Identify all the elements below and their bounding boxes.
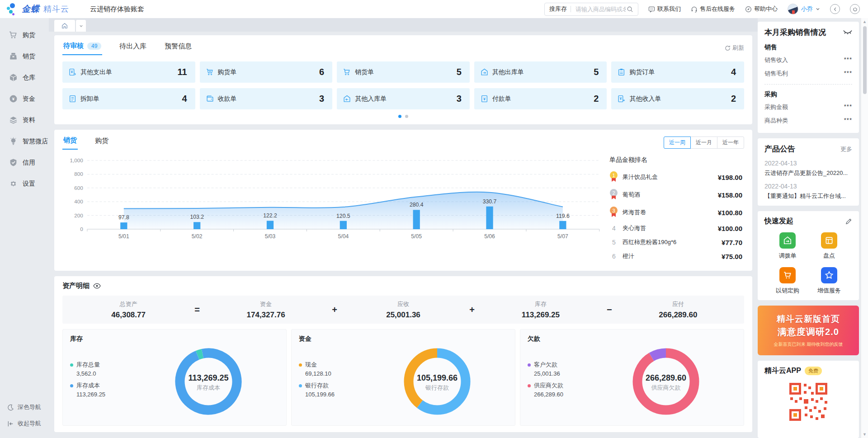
edit-pencil-icon[interactable] [845, 218, 852, 225]
help-center-label: 帮助中心 [754, 5, 778, 13]
card-other-outbound[interactable]: 其他出库单 5 [474, 61, 607, 83]
announcement-item[interactable]: 【重要通知】精斗云工作台域... [764, 192, 852, 200]
carousel-dot-2[interactable] [405, 115, 408, 118]
card-disassembly[interactable]: 拆卸单 4 [62, 88, 195, 109]
announcements-more-link[interactable]: 更多 [840, 145, 852, 153]
ranking-row[interactable]: 2 葡萄酒 ¥158.00 [609, 189, 742, 201]
sidebar-label: 设置 [23, 180, 35, 188]
tab-pending-stock[interactable]: 待出入库 [118, 41, 147, 55]
refresh-button[interactable]: 刷新 [725, 44, 744, 52]
gear-icon [9, 179, 18, 188]
legend-dot [299, 363, 302, 367]
card-purchase-request[interactable]: 购货订单 4 [611, 61, 744, 83]
sidebar-item-warehouse[interactable]: 仓库 [0, 67, 49, 88]
card-count: 11 [177, 67, 187, 77]
scroll-down-button[interactable]: ▼ [861, 431, 868, 438]
help-center-link[interactable]: 帮助中心 [745, 5, 778, 13]
disassembly-doc-icon [69, 95, 76, 103]
card-other-income[interactable]: ¥ 其他收入单 2 [611, 88, 744, 109]
sidebar-item-funds[interactable]: ¥ 资金 [0, 88, 49, 109]
vertical-scrollbar[interactable]: ▲ ▼ [861, 18, 868, 438]
survey-banner[interactable]: 精斗云新版首页 满意度调研2.0 全新首页已到来 期待收到您的反馈 [758, 306, 859, 355]
card-other-inbound[interactable]: 其他入库单 3 [337, 88, 470, 109]
free-badge: 免费 [805, 367, 822, 375]
card-count: 4 [182, 94, 187, 104]
ranking-row[interactable]: 3 烤海苔卷 ¥100.80 [609, 207, 742, 218]
quick-stocktake[interactable]: 盘点 [811, 232, 848, 260]
ranking-item-name: 果汁饮品礼盒 [623, 173, 714, 181]
tab-warning-info[interactable]: 预警信息 [164, 41, 193, 55]
user-avatar[interactable] [788, 4, 798, 14]
ranking-row[interactable]: 5 西红柿意粉酱190g*6 ¥77.70 [609, 238, 742, 246]
card-purchase-order[interactable]: 购货单 6 [200, 61, 333, 83]
sidebar-item-data[interactable]: 资料 [0, 109, 49, 131]
quick-value-added-service[interactable]: 增值服务 [811, 267, 848, 295]
workspace-tabstrip [49, 18, 758, 32]
card-payment[interactable]: ¥ 付款单 2 [474, 88, 607, 109]
svg-text:5/05: 5/05 [411, 233, 422, 240]
arrow-left-icon [833, 7, 838, 12]
collapse-nav-toggle[interactable]: 收起导航 [0, 415, 49, 432]
tab-purchase[interactable]: 购货 [94, 136, 109, 149]
sidebar-label: 智慧微店 [23, 137, 48, 146]
tab-pending-review[interactable]: 待审核 49 [62, 41, 102, 55]
card-receipt[interactable]: 收款单 3 [200, 88, 333, 109]
range-week-button[interactable]: 近一周 [664, 137, 691, 149]
ranking-row[interactable]: 4 夹心海苔 ¥100.00 [609, 224, 742, 232]
group-divider [764, 84, 852, 85]
inventory-search[interactable]: 搜库存 [544, 3, 638, 16]
sidebar-item-purchase[interactable]: 购货 [0, 24, 49, 46]
search-scope-label[interactable]: 搜库存 [549, 5, 567, 13]
cart-icon [783, 271, 792, 280]
range-year-button[interactable]: 近一年 [717, 137, 744, 149]
legend-item: 库存成本 113,269.25 [70, 381, 138, 398]
expense-doc-icon: ¥ [69, 68, 76, 76]
user-menu[interactable]: 小乔 [788, 4, 820, 14]
announcement-item[interactable]: 云进销存产品更新公告_20220... [764, 169, 852, 177]
legend-dot [70, 363, 73, 367]
back-button[interactable] [830, 4, 840, 14]
brand-logo[interactable]: 金蝶 精斗云 [6, 3, 69, 15]
ranking-row[interactable]: 1 果汁饮品礼盒 ¥198.00 [609, 171, 742, 183]
dark-nav-toggle[interactable]: 深色导航 [0, 399, 49, 415]
tab-sales[interactable]: 销货 [62, 135, 78, 150]
after-sales-service-link[interactable]: 售后在线服务 [691, 5, 735, 13]
carousel-dot-1[interactable] [398, 115, 401, 118]
top-header: 金蝶 精斗云 云进销存体验账套 搜库存 联系我们 售后在线服务 帮助中心 小乔 [0, 0, 868, 18]
app-download-card: 精斗云APP 免费 [758, 361, 859, 438]
card-other-expense[interactable]: ¥ 其他支出单 11 [62, 61, 195, 83]
sidebar-item-sales[interactable]: 销货 [0, 46, 49, 67]
inventory-donut-panel: 库存 库存总量 3,562.0 库存成本 113,269.25 [62, 329, 287, 426]
eye-icon[interactable] [93, 283, 101, 289]
logout-button[interactable] [850, 4, 860, 14]
range-month-button[interactable]: 近一月 [690, 137, 717, 149]
sidebar-item-settings[interactable]: 设置 [0, 173, 49, 194]
contact-us-link[interactable]: 联系我们 [648, 5, 681, 13]
ranking-item-name: 烤海苔卷 [623, 208, 714, 217]
card-count: 5 [594, 67, 599, 77]
legend-item: 现金 69,128.10 [299, 361, 367, 377]
search-input[interactable] [575, 5, 627, 13]
sidebar-item-credit[interactable]: 信用 [0, 152, 49, 173]
eye-closed-icon[interactable] [843, 30, 852, 35]
card-sales-order[interactable]: 销货单 5 [337, 61, 470, 83]
ranking-item-amount: ¥75.00 [722, 253, 742, 260]
announcements-title: 产品公告 [764, 144, 795, 154]
home-tab[interactable] [54, 20, 75, 32]
summary-row: 商品种类*** [764, 114, 852, 127]
todo-cards-grid: ¥ 其他支出单 11 购货单 6 销货单 5 [62, 61, 744, 109]
item-amount-ranking: 单品金额排名 1 果汁饮品礼盒 ¥198.00 2 葡萄酒 ¥158.00 [605, 154, 744, 266]
tab-list-dropdown[interactable] [76, 20, 86, 32]
quick-sell-to-buy[interactable]: 以销定购 [769, 267, 806, 295]
quick-transfer-order[interactable]: 调拨单 [769, 232, 806, 260]
ranking-row[interactable]: 6 橙汁 ¥75.00 [609, 252, 742, 260]
pending-count-badge: 49 [87, 42, 101, 50]
tab-label: 购货 [95, 137, 108, 145]
qr-code [788, 381, 829, 423]
power-icon [853, 7, 858, 12]
scrollbar-thumb[interactable] [863, 26, 867, 94]
sidebar-item-smart-store[interactable]: 智慧微店 [0, 131, 49, 152]
payable-amount: 应付266,289.60 [649, 300, 708, 320]
scroll-up-button[interactable]: ▲ [861, 18, 868, 25]
search-icon[interactable] [627, 6, 633, 13]
